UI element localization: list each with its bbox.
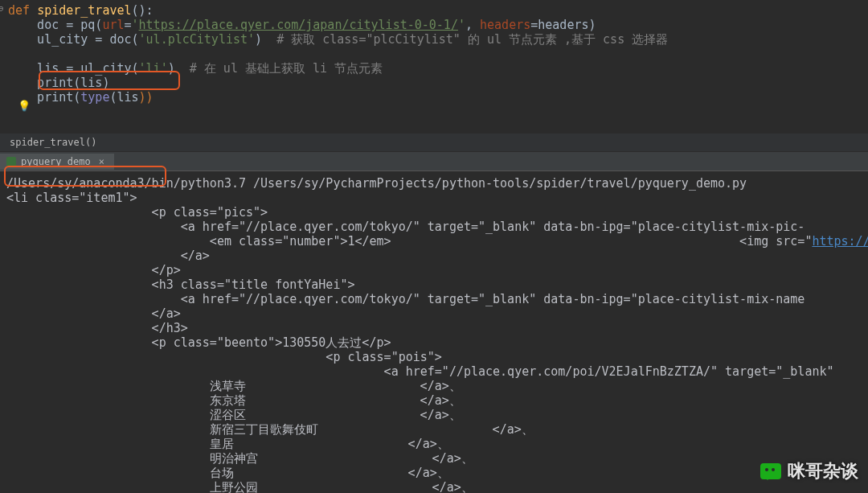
output-line: <a href="//place.qyer.com/poi/V2EJalFnBz… bbox=[0, 364, 868, 379]
watermark-text: 咪哥杂谈 bbox=[788, 459, 858, 483]
output-line: </a> bbox=[0, 306, 868, 321]
watermark: 咪哥杂谈 bbox=[760, 459, 858, 483]
output-line: <a href="//place.qyer.com/tokyo/" target… bbox=[0, 292, 868, 306]
wechat-icon bbox=[760, 463, 781, 479]
output-line: <a href="//place.qyer.com/tokyo/" target… bbox=[0, 220, 868, 234]
output-line: <p class="beento">130550人去过</p> bbox=[0, 335, 868, 350]
code-line: ul_city = doc('ul.plcCitylist') # 获取 cla… bbox=[0, 32, 868, 47]
fold-icon[interactable]: ⊖ bbox=[0, 3, 4, 14]
code-line: print(lis) bbox=[0, 76, 868, 90]
breadcrumb[interactable]: spider_travel() bbox=[0, 133, 868, 151]
output-line: 明治神宫 </a>、 bbox=[0, 451, 868, 466]
output-line: /Users/sy/anaconda3/bin/python3.7 /Users… bbox=[0, 176, 868, 191]
output-line: </a> bbox=[0, 249, 868, 263]
output-line: 东京塔 </a>、 bbox=[0, 393, 868, 408]
output-line: <h3 class="title fontYaHei"> bbox=[0, 277, 868, 292]
code-line: print(type(lis)) bbox=[0, 90, 868, 105]
console-output[interactable]: /Users/sy/anaconda3/bin/python3.7 /Users… bbox=[0, 171, 868, 493]
output-line: <em class="number">1</em> <img src="http… bbox=[0, 234, 868, 249]
code-line: lis = ul_city('li') # 在 ul 基础上获取 li 节点元素 bbox=[0, 61, 868, 76]
output-line: 台场 </a>、 bbox=[0, 466, 868, 480]
output-line: 皇居 </a>、 bbox=[0, 437, 868, 451]
output-line: <li class="item1"> bbox=[0, 191, 868, 205]
code-editor[interactable]: ⊖ def spider_travel(): doc = pq(url='htt… bbox=[0, 0, 868, 133]
tab-label: pyquery_demo bbox=[21, 156, 91, 167]
tab-pyquery-demo[interactable]: pyquery_demo × bbox=[0, 154, 114, 170]
code-line: doc = pq(url='https://place.qyer.com/jap… bbox=[0, 18, 868, 32]
output-line: </h3> bbox=[0, 321, 868, 335]
output-line: 浅草寺 </a>、 bbox=[0, 379, 868, 393]
console-tab-bar: pyquery_demo × bbox=[0, 151, 868, 171]
output-line: 新宿三丁目歌舞伎町 </a>、 bbox=[0, 422, 868, 437]
code-line: def spider_travel(): bbox=[0, 3, 868, 18]
output-line: 上野公园 </a>、 bbox=[0, 480, 868, 493]
output-line: <p class="pics"> bbox=[0, 205, 868, 220]
lightbulb-icon[interactable]: 💡 bbox=[18, 100, 31, 112]
output-line: 涩谷区 </a>、 bbox=[0, 408, 868, 422]
output-line: </p> bbox=[0, 263, 868, 277]
output-line: <p class="pois"> bbox=[0, 350, 868, 364]
code-blank-line bbox=[0, 47, 868, 61]
close-icon[interactable]: × bbox=[99, 156, 104, 167]
python-file-icon bbox=[6, 157, 16, 166]
